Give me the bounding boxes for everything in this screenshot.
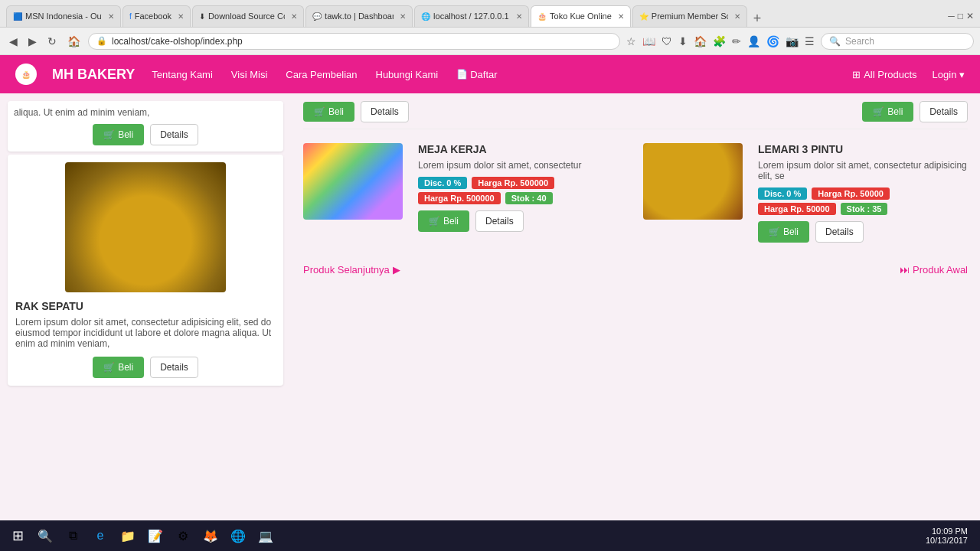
cart-icon4: 🛒	[873, 106, 884, 117]
shield-icon[interactable]: 🛡	[660, 34, 674, 49]
lemari-details-button[interactable]: Details	[815, 221, 864, 243]
back-button[interactable]: ◀	[6, 34, 21, 49]
top-details-button-1[interactable]: Details	[361, 101, 409, 122]
nav-visi-misi[interactable]: Visi Misi	[230, 66, 269, 83]
browser-addressbar: ◀ ▶ ↻ 🏠 🔒 localhost/cake-olshop/index.ph…	[0, 28, 980, 55]
home2-icon[interactable]: 🏠	[692, 34, 708, 49]
tab-msn[interactable]: 🟦 MSN Indonesia - Outlo... ✕	[6, 5, 121, 27]
lemari-actions: 🛒 Beli Details	[758, 221, 968, 243]
meja-kerja-badges: Disc. 0 % Harga Rp. 500000	[418, 177, 628, 189]
meja-kerja-harga-new-badge: Harga Rp. 500000	[418, 192, 501, 204]
top-right-actions: 🛒 Beli Details	[862, 101, 968, 122]
top-beli-button-1[interactable]: 🛒 Beli	[303, 102, 354, 122]
products-columns: MEJA KERJA Lorem ipsum dolor sit amet, c…	[303, 135, 968, 256]
tab-premium[interactable]: ⭐ Premium Member Source... ✕	[632, 5, 747, 27]
tab-download[interactable]: ⬇ Download Source Code... ✕	[192, 5, 304, 27]
rak-sepatu-image	[65, 162, 226, 292]
top-details-button-2[interactable]: Details	[920, 101, 968, 122]
nav-login[interactable]: Login ▾	[933, 69, 965, 80]
nav-daftar[interactable]: 📄 Daftar	[455, 66, 498, 83]
tab-close-tawk[interactable]: ✕	[400, 12, 406, 21]
address-bar[interactable]: 🔒 localhost/cake-olshop/index.php	[88, 33, 620, 50]
cart-icon: 🛒	[103, 129, 115, 140]
product-left-column: MEJA KERJA Lorem ipsum dolor sit amet, c…	[303, 135, 628, 256]
tab-close-msn[interactable]: ✕	[108, 12, 114, 21]
forward-button[interactable]: ▶	[25, 34, 40, 49]
new-tab-button[interactable]: +	[749, 11, 766, 27]
pagination-row: Produk Selanjutnya ▶ ⏭ Produk Awal	[303, 256, 968, 283]
tab-close-download[interactable]: ✕	[291, 12, 297, 21]
close-button[interactable]: ✕	[966, 11, 974, 21]
nav-all-products[interactable]: ⊞ All Products	[852, 69, 916, 80]
edit-icon[interactable]: ✏	[730, 34, 743, 49]
top-beli-button-2[interactable]: 🛒 Beli	[862, 102, 913, 122]
minimize-button[interactable]: ─	[948, 11, 955, 21]
download-icon[interactable]: ⬇	[677, 34, 689, 49]
meja-kerja-badges2: Harga Rp. 500000 Stok : 40	[418, 192, 628, 204]
browser-tabs: 🟦 MSN Indonesia - Outlo... ✕ f Facebook …	[6, 5, 939, 27]
rak-sepatu-actions: 🛒 Beli Details	[15, 357, 276, 378]
tab-close-toko[interactable]: ✕	[618, 12, 624, 21]
tab-close-localhost[interactable]: ✕	[516, 12, 522, 21]
meja-kerja-details: MEJA KERJA Lorem ipsum dolor sit amet, c…	[418, 143, 628, 232]
product-row-lemari: LEMARI 3 PINTU Lorem ipsum dolor sit ame…	[643, 135, 968, 249]
lemari-badges2: Harga Rp. 50000 Stok : 35	[758, 203, 968, 215]
cart-icon2: 🛒	[103, 362, 115, 373]
arrow-first-icon: ⏭	[900, 264, 910, 276]
extension-icon[interactable]: 🧩	[711, 34, 727, 49]
lemari-desc: Lorem ipsum dolor sit amet, consectetur …	[758, 160, 968, 181]
lemari-beli-button[interactable]: 🛒 Beli	[758, 221, 809, 243]
tab-close-facebook[interactable]: ✕	[178, 12, 184, 21]
meja-kerja-beli-button[interactable]: 🛒 Beli	[418, 210, 469, 232]
prev-description: aliqua. Ut enim ad minim veniam,	[14, 107, 277, 118]
prev-card-actions: 🛒 Beli Details	[14, 124, 277, 145]
maximize-button[interactable]: □	[958, 11, 963, 21]
lemari-harga-new-badge: Harga Rp. 50000	[758, 203, 836, 215]
tab-close-premium[interactable]: ✕	[734, 12, 740, 21]
tab-tawk[interactable]: 💬 tawk.to | Dashboard ✕	[305, 5, 413, 27]
browser-titlebar: 🟦 MSN Indonesia - Outlo... ✕ f Facebook …	[0, 0, 980, 28]
first-page-link[interactable]: ⏭ Produk Awal	[900, 264, 968, 276]
user-icon[interactable]: 👤	[746, 34, 762, 49]
screenshot-icon[interactable]: 📷	[784, 34, 800, 49]
search-box[interactable]: 🔍 Search	[821, 33, 974, 50]
meja-kerja-actions: 🛒 Beli Details	[418, 210, 628, 232]
products-main: 🛒 Beli Details 🛒 Beli Details	[291, 93, 980, 476]
lemari-disc-badge: Disc. 0 %	[758, 187, 807, 200]
next-page-link[interactable]: Produk Selanjutnya ▶	[303, 264, 400, 276]
tab-localhost[interactable]: 🌐 localhost / 127.0.0.1 / c... ✕	[414, 5, 529, 27]
menu-icon[interactable]: ☰	[803, 34, 816, 49]
pocket-icon[interactable]: 🌀	[765, 34, 781, 49]
lemari-badges: Disc. 0 % Harga Rp. 50000	[758, 187, 968, 200]
tab-facebook[interactable]: f Facebook ✕	[122, 5, 191, 27]
lemari-details: LEMARI 3 PINTU Lorem ipsum dolor sit ame…	[758, 143, 968, 243]
meja-kerja-harga-old-badge: Harga Rp. 500000	[472, 177, 554, 189]
product-row-meja-kerja: MEJA KERJA Lorem ipsum dolor sit amet, c…	[303, 135, 628, 238]
nav-cara-pembelian[interactable]: Cara Pembelian	[284, 66, 358, 83]
prev-beli-button[interactable]: 🛒 Beli	[93, 124, 144, 145]
cart-icon6: 🛒	[769, 227, 780, 237]
sidebar-products: aliqua. Ut enim ad minim veniam, 🛒 Beli …	[0, 93, 291, 476]
site-navbar: 🎂 MH BAKERY Tentang Kami Visi Misi Cara …	[0, 55, 980, 93]
meja-kerja-details-button[interactable]: Details	[475, 210, 524, 232]
brand-name: MH BAKERY	[52, 67, 135, 83]
refresh-button[interactable]: ↻	[44, 34, 60, 49]
meja-kerja-image	[303, 143, 403, 220]
meja-kerja-desc: Lorem ipsum dolor sit amet, consectetur	[418, 160, 628, 171]
tab-toko-kue[interactable]: 🎂 Toko Kue Online ✕	[531, 5, 631, 27]
home-button[interactable]: 🏠	[64, 34, 83, 49]
prev-details-button[interactable]: Details	[150, 124, 198, 145]
rak-sepatu-details-button[interactable]: Details	[150, 357, 198, 378]
rak-sepatu-beli-button[interactable]: 🛒 Beli	[93, 357, 144, 378]
nav-tentang-kami[interactable]: Tentang Kami	[150, 66, 214, 83]
bookmark-icon[interactable]: ☆	[625, 34, 638, 49]
lemari-harga-old-badge: Harga Rp. 50000	[812, 187, 890, 200]
meja-kerja-stok-badge: Stok : 40	[505, 192, 553, 204]
meja-kerja-disc-badge: Disc. 0 %	[418, 177, 467, 189]
toolbar-icons: ☆ 📖 🛡 ⬇ 🏠 🧩 ✏ 👤 🌀 📷 ☰	[625, 34, 816, 49]
brand-icon: 🎂	[15, 64, 37, 85]
reader-view-icon[interactable]: 📖	[641, 34, 657, 49]
nav-hubungi-kami[interactable]: Hubungi Kami	[374, 66, 440, 83]
product-right-column: LEMARI 3 PINTU Lorem ipsum dolor sit ame…	[643, 135, 968, 256]
product-card-rak-sepatu: RAK SEPATU Lorem ipsum dolor sit amet, c…	[8, 155, 283, 386]
